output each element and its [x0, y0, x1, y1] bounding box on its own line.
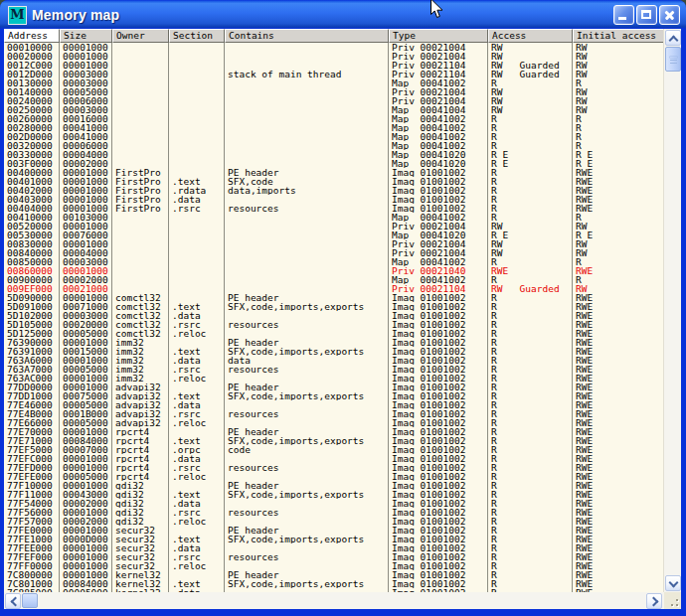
resize-grip[interactable]: [664, 592, 681, 609]
table-row[interactable]: 0053000000076000Map 00041020R ER E: [4, 231, 663, 239]
table-cell: 77EFE000: [4, 472, 60, 481]
table-row[interactable]: 77F1000000001000gdi32PE headerImag 01001…: [4, 481, 663, 490]
table-row[interactable]: 0040200000001000FirstPro.rdatadata,impor…: [4, 186, 663, 195]
table-row[interactable]: 77FE10000000D000secur32.textSFX,code,imp…: [4, 535, 663, 543]
scroll-left-button[interactable]: [5, 593, 21, 609]
table-row[interactable]: 0085000000003000Map 00041002RR: [4, 257, 663, 266]
column-header-contains[interactable]: Contains: [225, 29, 389, 43]
table-cell: .rsrc: [169, 409, 225, 418]
table-row[interactable]: 77E4600000005000advapi32.dataImag 010010…: [4, 400, 663, 409]
table-row[interactable]: 0040400000001000FirstPro.rsrcresourcesIm…: [4, 204, 663, 213]
table-row[interactable]: 77FEF00000001000secur32.rsrcresourcesIma…: [4, 552, 663, 561]
column-header-type[interactable]: Type: [389, 29, 488, 43]
maximize-button[interactable]: [636, 5, 657, 25]
table-cell: Priv 00021104: [389, 61, 488, 70]
table-row[interactable]: 77E4B0000001B000advapi32.rsrcresourcesIm…: [4, 409, 663, 418]
table-row[interactable]: 003F000000002000Map 00041020R ER E: [4, 159, 663, 168]
table-row[interactable]: 77EF500000007000rpcrt4.orpccodeImag 0100…: [4, 445, 663, 454]
table-row[interactable]: 77F1100000043000gdi32.textSFX,code,impor…: [4, 490, 663, 499]
table-row[interactable]: 77F5600000001000gdi32.rsrcresourcesImag …: [4, 508, 663, 517]
table-row[interactable]: 763A600000001000imm32.datadataImag 01001…: [4, 356, 663, 365]
vertical-scroll-thumb[interactable]: [665, 47, 681, 72]
table-row[interactable]: 0086000000001000Priv 00021040RWERWE: [4, 266, 663, 275]
table-row[interactable]: 002D000000041000Map 00041002RR: [4, 132, 663, 141]
table-cell: Map 00041002: [389, 213, 488, 222]
table-row[interactable]: 77E7000000001000rpcrt4PE headerImag 0100…: [4, 427, 663, 436]
table-cell: Map 00041002: [389, 275, 488, 284]
scroll-down-button[interactable]: [665, 575, 681, 591]
table-row[interactable]: 77F5700000002000gdi32.relocImag 01001002…: [4, 517, 663, 526]
table-row[interactable]: 5D10200000003000comctl32.dataImag 010010…: [4, 311, 663, 320]
table-row[interactable]: 009EF00000021000Priv 00021104RW GuardedR…: [4, 284, 663, 293]
table-row[interactable]: 0026000000016000Map 00041002RR: [4, 114, 663, 123]
close-button[interactable]: [659, 5, 680, 25]
table-row[interactable]: 0083000000001000Priv 00021004RWRW: [4, 239, 663, 248]
table-row[interactable]: 77EFE00000005000rpcrt4.relocImag 0100100…: [4, 472, 663, 481]
table-row[interactable]: 77FEE00000001000secur32.dataImag 0100100…: [4, 543, 663, 552]
table-cell: 00075000: [60, 391, 112, 400]
table-row[interactable]: 7C80000000001000kernel32PE headerImag 01…: [4, 570, 663, 579]
table-row[interactable]: 77DD000000001000advapi32PE headerImag 01…: [4, 383, 663, 391]
table-row[interactable]: 0025000000003000Map 00041004RWRW: [4, 105, 663, 114]
table-row[interactable]: 0040000000001000FirstProPE headerImag 01…: [4, 168, 663, 177]
table-row[interactable]: 77F5400000002000gdi32.dataImag 01001002R…: [4, 499, 663, 508]
table-row[interactable]: 0033000000004000Map 00041020R ER E: [4, 150, 663, 159]
table-row[interactable]: 0041000000103000Map 00041002RR: [4, 213, 663, 222]
table-row[interactable]: 77FE000000001000secur32PE headerImag 010…: [4, 526, 663, 535]
table-row[interactable]: 7C80100000084000kernel32.textSFX,code,im…: [4, 579, 663, 588]
table-row[interactable]: 0040300000001000FirstPro.dataImag 010010…: [4, 195, 663, 204]
horizontal-scrollbar[interactable]: [4, 592, 681, 609]
table-row[interactable]: 0014000000005000Priv 00021004RWRW: [4, 87, 663, 96]
table-row[interactable]: 0052000000001000Priv 00021004RWRW: [4, 222, 663, 231]
table-row[interactable]: 0040100000001000FirstPro.textSFX,codeIma…: [4, 177, 663, 186]
table-row[interactable]: 5D10500000020000comctl32.rsrcresourcesIm…: [4, 320, 663, 329]
table-row[interactable]: 763A700000005000imm32.rsrcresourcesImag …: [4, 365, 663, 374]
table-cell: PE header: [225, 338, 389, 347]
table-row[interactable]: 5D09000000001000comctl32PE headerImag 01…: [4, 293, 663, 302]
table-row[interactable]: 7639000000001000imm32PE headerImag 01001…: [4, 338, 663, 347]
table-cell: .rsrc: [169, 508, 225, 517]
table-row[interactable]: 763AC00000001000imm32.relocImag 01001002…: [4, 374, 663, 383]
table-row[interactable]: 0032000000006000Map 00041002RR: [4, 141, 663, 150]
table-row[interactable]: 0013000000003000Map 00041002RR: [4, 78, 663, 87]
table-cell: 00084000: [60, 436, 112, 445]
table-cell: Imag 01001002: [389, 472, 488, 481]
table-cell: rpcrt4: [112, 472, 169, 481]
column-header-initial-access[interactable]: Initial access: [573, 29, 663, 43]
horizontal-scroll-thumb[interactable]: [22, 593, 38, 608]
table-row[interactable]: 77EFD00000001000rpcrt4.rsrcresourcesImag…: [4, 463, 663, 472]
column-header-owner[interactable]: Owner: [112, 29, 169, 43]
table-row[interactable]: 77E7100000084000rpcrt4.textSFX,code,impo…: [4, 436, 663, 445]
vertical-scrollbar[interactable]: [663, 29, 681, 592]
table-row[interactable]: 0001000000001000Priv 00021004RWRW: [4, 43, 663, 52]
table-cell: resources: [225, 365, 389, 374]
table-cell: R: [488, 293, 573, 302]
table-row[interactable]: 0024000000006000Priv 00021004RWRW: [4, 96, 663, 105]
minimize-button[interactable]: [613, 5, 634, 25]
table-row[interactable]: 0090000000002000Map 00041002RR: [4, 275, 663, 284]
table-cell: secur32: [112, 526, 169, 535]
table-row[interactable]: 0084000000004000Priv 00021004RWRW: [4, 248, 663, 257]
table-row[interactable]: 0002000000001000Priv 00021004RWRW: [4, 52, 663, 61]
titlebar[interactable]: M Memory map: [0, 0, 686, 29]
table-row[interactable]: 0028000000041000Map 00041002RR: [4, 123, 663, 132]
table-cell: 00140000: [4, 87, 60, 96]
column-header-access[interactable]: Access: [488, 29, 573, 43]
scroll-right-button[interactable]: [646, 593, 662, 609]
table-row[interactable]: 77DD100000075000advapi32.textSFX,code,im…: [4, 391, 663, 400]
column-header-section[interactable]: Section: [169, 29, 225, 43]
table-cell: RW: [488, 52, 573, 61]
table-cell: RW: [573, 284, 663, 293]
scroll-up-button[interactable]: [665, 30, 681, 46]
table-row[interactable]: 5D12500000005000comctl32.relocImag 01001…: [4, 329, 663, 338]
table-cell: RWE: [573, 391, 663, 400]
column-header-size[interactable]: Size: [60, 29, 112, 43]
table-row[interactable]: 0012C00000001000Priv 00021104RW GuardedR…: [4, 61, 663, 70]
table-row[interactable]: 5D09100000071000comctl32.textSFX,code,im…: [4, 302, 663, 311]
table-row[interactable]: 77EFC00000001000rpcrt4.dataImag 01001002…: [4, 454, 663, 463]
table-row[interactable]: 7639100000015000imm32.textSFX,code,impor…: [4, 347, 663, 356]
table-row[interactable]: 77FF000000001000secur32.relocImag 010010…: [4, 561, 663, 570]
table-row[interactable]: 0012D00000003000stack of main threadPriv…: [4, 70, 663, 78]
column-header-address[interactable]: Address: [4, 29, 60, 43]
table-row[interactable]: 77E6600000005000advapi32.relocImag 01001…: [4, 418, 663, 427]
